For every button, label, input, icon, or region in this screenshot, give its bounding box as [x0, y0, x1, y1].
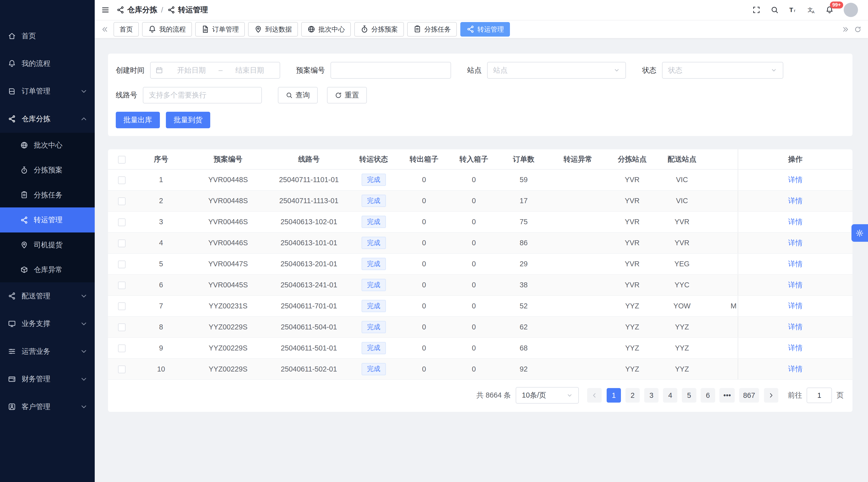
sidebar-subitem-batch-center[interactable]: 批次中心: [0, 133, 95, 158]
row-checkbox[interactable]: [118, 219, 126, 226]
sidebar-item-finance-management[interactable]: 财务管理: [0, 365, 95, 393]
detail-link[interactable]: 详情: [788, 197, 802, 205]
reset-button[interactable]: 重置: [327, 87, 367, 103]
row-checkbox[interactable]: [118, 365, 126, 373]
tabs-refresh-button[interactable]: [854, 26, 862, 33]
tabs-scroll-left-button[interactable]: [101, 26, 108, 33]
tab-sorting-plan[interactable]: 分拣预案: [354, 22, 404, 36]
svg-text:T: T: [789, 6, 793, 13]
sidebar: 首页我的流程订单管理仓库分拣批次中心分拣预案分拣任务转运管理司机提货仓库异常配送…: [0, 0, 95, 482]
plan-no-input[interactable]: [331, 62, 451, 78]
cell-order-count: 52: [499, 296, 549, 317]
select-all-checkbox[interactable]: [118, 156, 126, 164]
cell-extra: [707, 338, 738, 358]
batch-arrival-button[interactable]: 批量到货: [166, 112, 210, 128]
pagination-total: 共 8664 条: [476, 390, 511, 400]
pagination-prev-button[interactable]: [587, 388, 601, 402]
tab-arrival-data[interactable]: 到达数据: [248, 22, 298, 36]
row-checkbox[interactable]: [118, 282, 126, 289]
end-date-placeholder: 结束日期: [225, 65, 275, 75]
batch-outbound-button[interactable]: 批量出库: [116, 112, 160, 128]
sidebar-item-operation-business[interactable]: 运营业务: [0, 338, 95, 365]
search-button[interactable]: [771, 6, 779, 14]
fullscreen-icon: [752, 6, 761, 14]
detail-link[interactable]: 详情: [788, 365, 802, 373]
sidebar-subitem-transfer-management[interactable]: 转运管理: [0, 207, 95, 232]
breadcrumb-item-warehouse-sorting[interactable]: 仓库分拣: [116, 5, 157, 15]
sidebar-item-business-support[interactable]: 业务支撑: [0, 310, 95, 338]
station-select[interactable]: 站点: [487, 62, 626, 78]
cell-extra: [707, 169, 738, 190]
tabs-scroll-right-button[interactable]: [842, 26, 849, 33]
book-icon: [8, 87, 16, 95]
sidebar-item-home[interactable]: 首页: [0, 22, 95, 50]
page-more-button[interactable]: •••: [719, 388, 735, 402]
page-button-2[interactable]: 2: [625, 388, 640, 402]
page-button-6[interactable]: 6: [701, 388, 715, 402]
row-checkbox[interactable]: [118, 345, 126, 352]
page-button-3[interactable]: 3: [644, 388, 658, 402]
sidebar-item-my-process[interactable]: 我的流程: [0, 50, 95, 77]
detail-link[interactable]: 详情: [788, 301, 802, 310]
sidebar-subitem-warehouse-exception[interactable]: 仓库异常: [0, 257, 95, 282]
row-checkbox[interactable]: [118, 323, 126, 331]
tab-batch-center[interactable]: 批次中心: [301, 22, 351, 36]
avatar[interactable]: [844, 3, 858, 17]
sidebar-subitem-sorting-plan[interactable]: 分拣预案: [0, 158, 95, 183]
row-checkbox[interactable]: [118, 261, 126, 268]
detail-link[interactable]: 详情: [788, 175, 802, 184]
page-button-867[interactable]: 867: [739, 388, 759, 402]
cell-exception: [549, 338, 607, 358]
sidebar-subitem-sorting-task[interactable]: 分拣任务: [0, 183, 95, 207]
sidebar-subitem-driver-pickup[interactable]: 司机提货: [0, 232, 95, 257]
cell-extra: [707, 358, 738, 380]
tab-home[interactable]: 首页: [114, 22, 139, 36]
cell-out-boxes: 0: [399, 296, 449, 317]
fullscreen-button[interactable]: [752, 6, 761, 14]
pagination: 共 8664 条 10条/页 123456•••867 前往: [108, 380, 852, 410]
row-checkbox[interactable]: [118, 302, 126, 310]
line-no-input[interactable]: [143, 87, 262, 103]
detail-link[interactable]: 详情: [788, 281, 802, 289]
search-button[interactable]: 查询: [278, 87, 318, 103]
cell-order-count: 68: [499, 338, 549, 358]
hamburger-menu-button[interactable]: [101, 6, 110, 14]
tab-my-process[interactable]: 我的流程: [142, 22, 192, 36]
settings-gear-button[interactable]: [851, 224, 868, 242]
tab-order-management[interactable]: 订单管理: [195, 22, 245, 36]
sidebar-item-warehouse-sorting[interactable]: 仓库分拣: [0, 105, 95, 133]
page-button-1[interactable]: 1: [607, 388, 621, 402]
status-tag: 完成: [362, 216, 386, 228]
share-icon: [20, 216, 28, 224]
translate-button[interactable]: 文A: [807, 6, 815, 14]
goto-suffix: 页: [836, 390, 844, 400]
column-header: 配送站点: [657, 149, 707, 169]
status-tag: 完成: [362, 321, 386, 333]
filter-panel: 创建时间 开始日期 – 结束日期 预案编号 站点: [108, 54, 852, 136]
notification-bell-button[interactable]: 99+: [826, 6, 834, 14]
detail-link[interactable]: 详情: [788, 260, 802, 268]
row-checkbox[interactable]: [118, 239, 126, 247]
chev-down-icon: [80, 347, 88, 355]
tab-transfer-management[interactable]: 转运管理: [460, 22, 510, 36]
page-button-4[interactable]: 4: [663, 388, 677, 402]
sidebar-item-delivery-management[interactable]: 配送管理: [0, 282, 95, 310]
detail-link[interactable]: 详情: [788, 344, 802, 352]
pagination-next-button[interactable]: [764, 388, 778, 402]
pagination-goto-input[interactable]: [807, 388, 832, 403]
detail-link[interactable]: 详情: [788, 218, 802, 226]
tab-sorting-task[interactable]: 分拣任务: [407, 22, 457, 36]
page-button-5[interactable]: 5: [682, 388, 696, 402]
font-size-button[interactable]: Tr: [789, 6, 797, 14]
row-checkbox[interactable]: [118, 176, 126, 184]
detail-link[interactable]: 详情: [788, 239, 802, 247]
detail-link[interactable]: 详情: [788, 323, 802, 331]
sidebar-item-customer-management[interactable]: 客户管理: [0, 393, 95, 420]
breadcrumb-item-transfer-management[interactable]: 转运管理: [167, 5, 208, 15]
sidebar-item-order-management[interactable]: 订单管理: [0, 77, 95, 105]
row-checkbox[interactable]: [118, 197, 126, 205]
create-time-range-input[interactable]: 开始日期 – 结束日期: [150, 62, 280, 78]
refresh-icon: [335, 92, 342, 99]
page-size-select[interactable]: 10条/页: [516, 387, 579, 404]
status-select[interactable]: 状态: [662, 62, 783, 78]
